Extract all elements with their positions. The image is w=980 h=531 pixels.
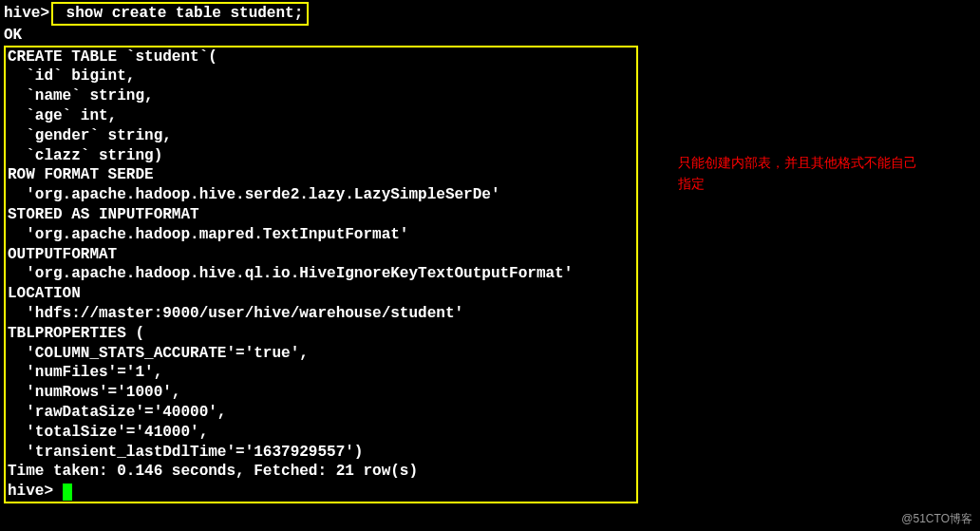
output-line: OUTPUTFORMAT <box>8 245 634 265</box>
watermark-text: @51CTO博客 <box>901 512 972 527</box>
output-line: `name` string, <box>8 86 634 106</box>
command-highlight-box: show create table student; <box>51 2 309 26</box>
output-highlight-box: CREATE TABLE `student`( `id` bigint, `na… <box>4 46 638 503</box>
time-taken-line: Time taken: 0.146 seconds, Fetched: 21 r… <box>8 462 634 482</box>
output-line: STORED AS INPUTFORMAT <box>8 205 634 225</box>
output-line: 'totalSize'='41000', <box>8 423 634 443</box>
output-line: TBLPROPERTIES ( <box>8 324 634 344</box>
output-line: 'org.apache.hadoop.hive.ql.io.HiveIgnore… <box>8 264 634 284</box>
terminal-cursor[interactable] <box>63 484 72 501</box>
prompt-line-1: hive> show create table student; <box>4 2 976 26</box>
terminal-window[interactable]: hive> show create table student; OK CREA… <box>0 0 980 505</box>
output-line: 'numFiles'='1', <box>8 363 634 383</box>
command-text: show create table student; <box>57 5 303 22</box>
output-line: 'rawDataSize'='40000', <box>8 403 634 423</box>
output-line: `age` int, <box>8 106 634 126</box>
output-line: CREATE TABLE `student`( <box>8 47 634 67</box>
hive-prompt: hive> <box>4 4 49 24</box>
annotation-line-1: 只能创建内部表，并且其他格式不能自己 <box>678 152 953 173</box>
hive-prompt-2: hive> <box>8 482 63 502</box>
prompt-line-2: hive> <box>8 482 634 502</box>
annotation-text: 只能创建内部表，并且其他格式不能自己 指定 <box>678 152 953 195</box>
output-line: 'transient_lastDdlTime'='1637929557') <box>8 443 634 463</box>
output-line: ROW FORMAT SERDE <box>8 165 634 185</box>
output-line: `gender` string, <box>8 126 634 146</box>
output-line: 'org.apache.hadoop.hive.serde2.lazy.Lazy… <box>8 185 634 205</box>
output-line: `id` bigint, <box>8 66 634 86</box>
output-line: 'numRows'='1000', <box>8 383 634 403</box>
annotation-line-2: 指定 <box>678 173 953 194</box>
output-line: `clazz` string) <box>8 146 634 166</box>
ok-response: OK <box>4 26 976 46</box>
output-line: 'hdfs://master:9000/user/hive/warehouse/… <box>8 304 634 324</box>
output-line: LOCATION <box>8 284 634 304</box>
output-line: 'org.apache.hadoop.mapred.TextInputForma… <box>8 225 634 245</box>
output-line: 'COLUMN_STATS_ACCURATE'='true', <box>8 344 634 364</box>
